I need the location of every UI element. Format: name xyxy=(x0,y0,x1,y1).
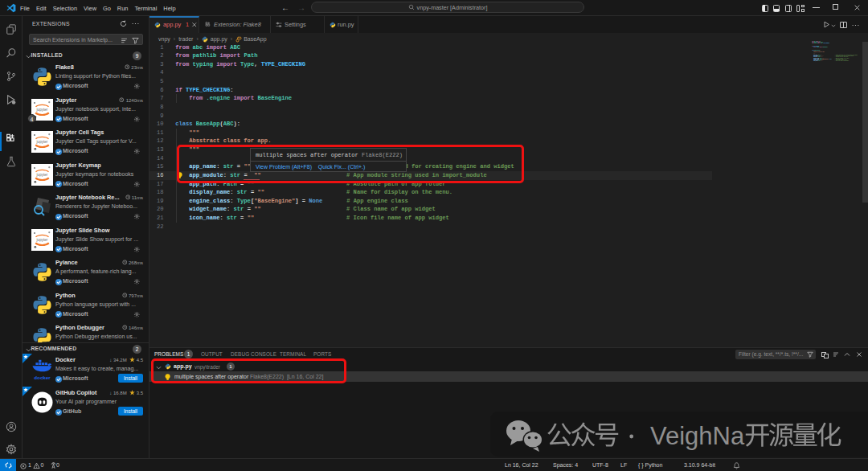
svg-text:VeighNa: VeighNa xyxy=(650,422,745,450)
